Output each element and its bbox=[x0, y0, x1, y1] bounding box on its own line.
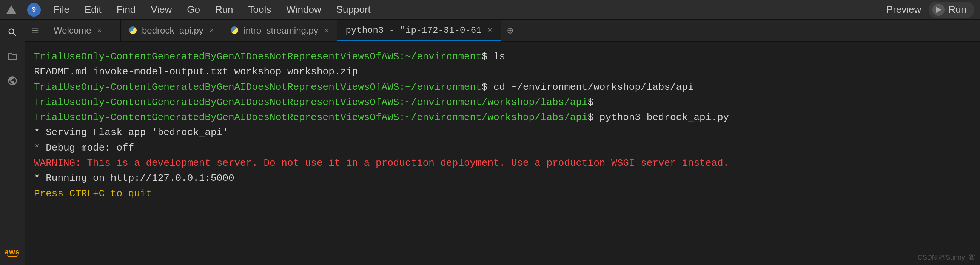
aws-logo: aws bbox=[5, 248, 20, 257]
tab-welcome-label: Welcome bbox=[54, 25, 91, 36]
menu-bar-right: Preview Run bbox=[886, 2, 974, 18]
tabs-menu-button[interactable] bbox=[25, 20, 45, 41]
menu-edit[interactable]: Edit bbox=[82, 2, 104, 17]
menu-go[interactable]: Go bbox=[185, 2, 202, 17]
menu-find[interactable]: Find bbox=[115, 2, 138, 17]
run-icon bbox=[932, 4, 945, 16]
git-icon bbox=[7, 76, 18, 86]
run-label: Run bbox=[948, 4, 966, 16]
terminal-line-3: TrialUseOnly-ContentGeneratedByGenAIDoes… bbox=[34, 79, 971, 95]
run-button[interactable]: Run bbox=[929, 2, 974, 18]
menu-run[interactable]: Run bbox=[213, 2, 235, 17]
tab-bedrock-api-close[interactable]: × bbox=[210, 26, 214, 35]
sidebar-aws[interactable]: aws bbox=[6, 245, 19, 259]
tab-terminal-close[interactable]: × bbox=[488, 26, 492, 35]
prompt-suffix-1: $ ls bbox=[482, 49, 505, 64]
warning-text: WARNING: This is a development server. D… bbox=[34, 157, 729, 169]
terminal-line-9: * Running on http://127.0.0.1:5000 bbox=[34, 171, 971, 186]
preview-button[interactable]: Preview bbox=[886, 4, 921, 16]
tabs-bar: Welcome × bedrock_api.py × intro_streami… bbox=[25, 20, 980, 41]
menu-support[interactable]: Support bbox=[334, 2, 373, 17]
prompt-text-5: TrialUseOnly-ContentGeneratedByGenAIDoes… bbox=[34, 110, 588, 125]
terminal-line-4: TrialUseOnly-ContentGeneratedByGenAIDoes… bbox=[34, 95, 971, 110]
terminal-line-8: WARNING: This is a development server. D… bbox=[34, 156, 971, 171]
terminal-line-5: TrialUseOnly-ContentGeneratedByGenAIDoes… bbox=[34, 110, 971, 125]
tab-terminal-label: python3 - "ip-172-31-0-61 bbox=[346, 25, 482, 35]
tab-bedrock-api[interactable]: bedrock_api.py × bbox=[121, 20, 222, 41]
prompt-suffix-5: $ python3 bedrock_api.py bbox=[588, 110, 729, 125]
terminal-line-6: * Serving Flask app 'bedrock_api' bbox=[34, 125, 971, 140]
tab-welcome[interactable]: Welcome × bbox=[45, 20, 121, 41]
tab-intro-streaming-label: intro_streaming.py bbox=[243, 25, 318, 36]
tab-intro-streaming-close[interactable]: × bbox=[324, 26, 329, 35]
python-icon-2 bbox=[231, 27, 239, 35]
prompt-suffix-3: $ cd ~/environment/workshop/labs/api bbox=[482, 79, 694, 95]
tab-intro-streaming[interactable]: intro_streaming.py × bbox=[222, 20, 337, 41]
sidebar-search[interactable] bbox=[6, 26, 19, 39]
sidebar: aws bbox=[0, 20, 25, 265]
prompt-text-3: TrialUseOnly-ContentGeneratedByGenAIDoes… bbox=[34, 79, 482, 95]
tab-welcome-close[interactable]: × bbox=[97, 26, 102, 35]
ctrl-c-text: Press CTRL+C to quit bbox=[34, 188, 152, 199]
menu-bar-left: 9 File Edit Find View Go Run Tools Windo… bbox=[6, 2, 886, 17]
editor-area: Welcome × bedrock_api.py × intro_streami… bbox=[25, 20, 980, 265]
output-7: * Debug mode: off bbox=[34, 142, 134, 154]
python-icon bbox=[129, 27, 137, 35]
prompt-text-4: TrialUseOnly-ContentGeneratedByGenAIDoes… bbox=[34, 95, 588, 110]
watermark: CSDN @Sunny_鲨 bbox=[918, 253, 975, 262]
menu-file[interactable]: File bbox=[51, 2, 72, 17]
sidebar-git[interactable] bbox=[6, 74, 19, 87]
main-area: aws Welcome × bedrock_api bbox=[0, 20, 980, 265]
app-logo[interactable]: 9 bbox=[27, 3, 41, 17]
output-2: README.md invoke-model-output.txt worksh… bbox=[34, 66, 358, 78]
hamburger-icon bbox=[31, 27, 39, 35]
menu-tools[interactable]: Tools bbox=[246, 2, 274, 17]
tab-bedrock-api-label: bedrock_api.py bbox=[142, 25, 204, 36]
output-6: * Serving Flask app 'bedrock_api' bbox=[34, 127, 228, 138]
play-triangle-icon bbox=[936, 7, 942, 13]
add-tab-button[interactable]: ⊕ bbox=[501, 20, 520, 41]
menu-window[interactable]: Window bbox=[284, 2, 323, 17]
terminal-line-7: * Debug mode: off bbox=[34, 140, 971, 156]
terminal-line-2: README.md invoke-model-output.txt worksh… bbox=[34, 64, 971, 79]
sidebar-files[interactable] bbox=[6, 50, 19, 63]
search-icon bbox=[7, 27, 18, 38]
menu-bar: 9 File Edit Find View Go Run Tools Windo… bbox=[0, 0, 980, 20]
terminal-line-10: Press CTRL+C to quit bbox=[34, 186, 971, 201]
terminal-content[interactable]: TrialUseOnly-ContentGeneratedByGenAIDoes… bbox=[25, 41, 980, 265]
output-9: * Running on http://127.0.0.1:5000 bbox=[34, 173, 234, 184]
prompt-suffix-4: $ bbox=[588, 95, 594, 110]
tab-terminal[interactable]: python3 - "ip-172-31-0-61 × bbox=[337, 20, 501, 41]
files-icon bbox=[7, 51, 18, 62]
prompt-text-1: TrialUseOnly-ContentGeneratedByGenAIDoes… bbox=[34, 49, 482, 64]
menu-view[interactable]: View bbox=[148, 2, 174, 17]
triangle-icon[interactable] bbox=[6, 5, 17, 14]
terminal-line-1: TrialUseOnly-ContentGeneratedByGenAIDoes… bbox=[34, 49, 971, 64]
